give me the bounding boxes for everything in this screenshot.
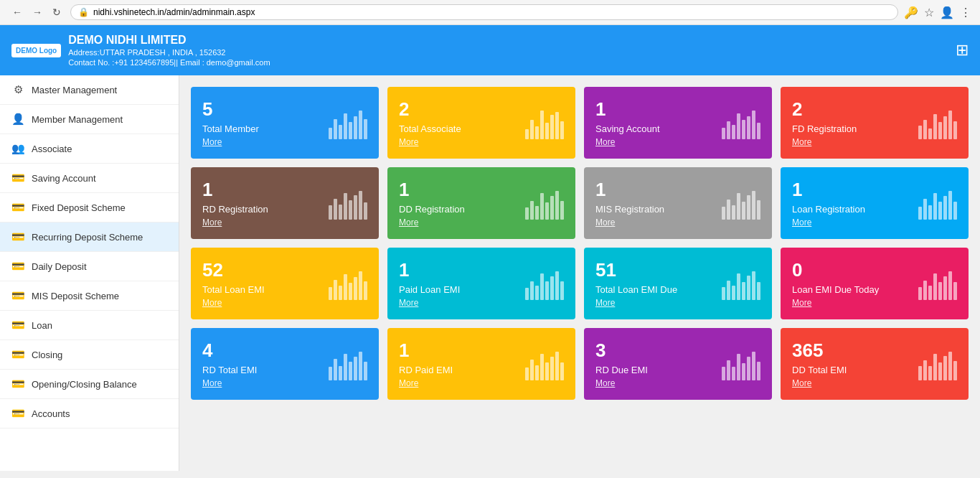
chart-bar: [535, 365, 539, 380]
sidebar-item-associate[interactable]: 👥 Associate: [0, 134, 179, 164]
card-label: FD Registration: [792, 123, 857, 134]
card-number: 0: [792, 259, 879, 281]
sidebar-item-accounts[interactable]: 💳 Accounts: [0, 399, 179, 428]
card-chart: [525, 348, 564, 380]
card-more-link[interactable]: More: [399, 137, 461, 147]
chart-bar: [550, 115, 554, 139]
chart-bar: [722, 287, 725, 299]
chart-bar: [923, 199, 927, 220]
app-header: DEMO Logo DEMO NIDHI LIMITED Address:UTT…: [0, 25, 980, 75]
browser-actions: 🔑 ☆ 👤 ⋮: [904, 6, 971, 19]
chart-bar: [948, 352, 952, 380]
chart-bar: [928, 286, 932, 299]
dashboard-card-8[interactable]: 52 Total Loan EMI More: [191, 248, 379, 319]
chart-bar: [923, 281, 927, 300]
card-more-link[interactable]: More: [399, 378, 453, 388]
dashboard-card-5[interactable]: 1 DD Registration More: [387, 167, 575, 239]
dashboard-cards-grid: 5 Total Member More 2 Total Associate Mo…: [191, 87, 969, 400]
card-more-link[interactable]: More: [399, 298, 460, 308]
card-more-link[interactable]: More: [595, 137, 660, 147]
card-more-link[interactable]: More: [595, 298, 677, 308]
card-more-link[interactable]: More: [202, 298, 265, 308]
card-more-link[interactable]: More: [792, 137, 857, 147]
sidebar-item-saving-account[interactable]: 💳 Saving Account: [0, 164, 179, 193]
chart-bar: [918, 366, 922, 380]
card-info: 1 DD Registration More: [399, 179, 465, 228]
card-info: 1 Loan Registration More: [792, 179, 865, 228]
dashboard-card-2[interactable]: 1 Saving Account More: [584, 87, 772, 159]
bookmark-icon[interactable]: ☆: [924, 6, 934, 19]
sidebar-item-fixed-deposit[interactable]: 💳 Fixed Deposit Scheme: [0, 193, 179, 222]
card-more-link[interactable]: More: [202, 137, 259, 147]
sidebar-item-member-management[interactable]: 👤 Member Management: [0, 105, 179, 134]
dashboard-card-13[interactable]: 1 RD Paid EMI More: [387, 328, 575, 400]
card-more-link[interactable]: More: [202, 217, 268, 228]
chart-bar: [349, 122, 352, 139]
dashboard-card-10[interactable]: 51 Total Loan EMI Due More: [584, 248, 772, 319]
card-more-link[interactable]: More: [399, 217, 465, 228]
browser-url[interactable]: 🔒 nidhi.vshinetech.in/admin/adminmain.as…: [70, 4, 898, 20]
card-info: 0 Loan EMI Due Today More: [792, 259, 879, 308]
chart-bar: [364, 281, 367, 300]
dashboard-card-6[interactable]: 1 MIS Registration More: [584, 167, 772, 239]
card-chart: [918, 268, 957, 300]
browser-nav[interactable]: ← → ↻: [9, 5, 65, 19]
chart-bar: [953, 361, 957, 380]
password-icon[interactable]: 🔑: [904, 6, 918, 19]
chart-bar: [535, 286, 539, 300]
dashboard-card-11[interactable]: 0 Loan EMI Due Today More: [781, 248, 969, 319]
card-info: 1 MIS Registration More: [595, 179, 664, 228]
sidebar-label-associate: Associate: [32, 144, 72, 154]
card-number: 365: [792, 339, 847, 362]
chart-bar: [545, 202, 549, 220]
sidebar-label-fixed-deposit: Fixed Deposit Scheme: [32, 202, 126, 213]
sidebar-item-mis-deposit[interactable]: 💳 MIS Deposit Scheme: [0, 281, 179, 311]
dashboard-card-12[interactable]: 4 RD Total EMI More: [191, 328, 379, 400]
profile-icon[interactable]: 👤: [940, 6, 954, 19]
card-info: 2 FD Registration More: [792, 98, 857, 147]
grid-menu-icon[interactable]: ⊞: [956, 41, 969, 60]
menu-icon[interactable]: ⋮: [960, 6, 971, 19]
forward-button[interactable]: →: [29, 5, 46, 19]
daily-deposit-icon: 💳: [11, 260, 24, 273]
chart-bar: [530, 120, 534, 139]
sidebar-item-recurring-deposit[interactable]: 💳 Recurring Deposit Scheme: [0, 222, 179, 252]
dashboard-card-7[interactable]: 1 Loan Registration More: [781, 167, 969, 239]
chart-bar: [722, 207, 725, 219]
sidebar-item-daily-deposit[interactable]: 💳 Daily Deposit: [0, 252, 179, 281]
card-number: 2: [399, 98, 461, 121]
chart-bar: [545, 123, 549, 139]
company-address: Address:UTTAR PRADESH , INDIA , 152632: [68, 48, 270, 57]
sidebar: ⚙ Master Management 👤 Member Management …: [0, 75, 179, 471]
dashboard-card-9[interactable]: 1 Paid Loan EMI More: [387, 248, 575, 319]
dashboard-card-15[interactable]: 365 DD Total EMI More: [781, 328, 969, 400]
sidebar-item-closing[interactable]: 💳 Closing: [0, 340, 179, 370]
card-more-link[interactable]: More: [595, 217, 664, 228]
refresh-button[interactable]: ↻: [49, 5, 65, 19]
chart-bar: [747, 357, 750, 380]
card-more-link[interactable]: More: [202, 378, 257, 388]
sidebar-label-accounts: Accounts: [32, 408, 70, 419]
header-left: DEMO Logo DEMO NIDHI LIMITED Address:UTT…: [11, 34, 270, 67]
card-more-link[interactable]: More: [792, 378, 847, 388]
chart-bar: [349, 362, 352, 380]
dashboard-card-3[interactable]: 2 FD Registration More: [781, 87, 969, 159]
card-more-link[interactable]: More: [595, 378, 648, 388]
dashboard-card-0[interactable]: 5 Total Member More: [191, 87, 379, 159]
card-more-link[interactable]: More: [792, 217, 865, 228]
chart-bar: [928, 128, 932, 139]
card-more-link[interactable]: More: [792, 298, 879, 308]
dashboard-card-1[interactable]: 2 Total Associate More: [387, 87, 575, 159]
sidebar-item-loan[interactable]: 💳 Loan: [0, 311, 179, 340]
chart-bar: [334, 359, 337, 380]
back-button[interactable]: ←: [9, 5, 26, 19]
sidebar-item-master-management[interactable]: ⚙ Master Management: [0, 75, 179, 105]
sidebar-label-master-management: Master Management: [32, 85, 117, 95]
card-chart: [722, 187, 760, 220]
main-content: 5 Total Member More 2 Total Associate Mo…: [179, 75, 980, 471]
dashboard-card-14[interactable]: 3 RD Due EMI More: [584, 328, 772, 400]
sidebar-item-opening-closing-balance[interactable]: 💳 Opening/Closing Balance: [0, 370, 179, 399]
chart-bar: [344, 113, 347, 139]
dashboard-card-4[interactable]: 1 RD Registration More: [191, 167, 379, 239]
chart-bar: [757, 123, 760, 139]
